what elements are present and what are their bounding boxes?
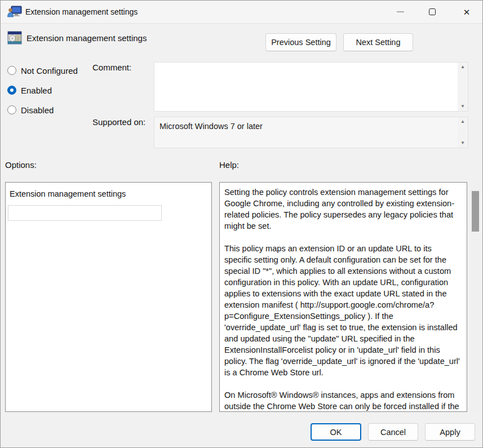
window-title: Extension management settings xyxy=(25,7,138,16)
dialog-window: Extension management settings ✕ Extensio… xyxy=(0,0,483,448)
app-icon xyxy=(7,6,22,18)
close-icon: ✕ xyxy=(463,8,471,16)
ok-button[interactable]: OK xyxy=(311,423,361,441)
radio-label-not-configured: Not Configured xyxy=(21,66,78,76)
help-text: Setting the policy controls extension ma… xyxy=(224,187,461,412)
group-policy-setting-icon xyxy=(7,30,22,45)
extension-settings-input[interactable] xyxy=(8,205,162,221)
apply-button[interactable]: Apply xyxy=(425,423,475,441)
scroll-up-icon[interactable]: ▲ xyxy=(460,119,465,124)
cancel-button[interactable]: Cancel xyxy=(368,423,418,441)
help-scrollbar[interactable] xyxy=(471,182,480,412)
comment-label: Comment: xyxy=(92,63,131,72)
supported-scrollbar[interactable]: ▲ ▼ xyxy=(458,117,468,148)
supported-on-value: Microsoft Windows 7 or later xyxy=(159,122,263,131)
radio-enabled[interactable]: Enabled xyxy=(7,85,52,96)
previous-setting-button[interactable]: Previous Setting xyxy=(265,33,336,51)
help-scrollbar-thumb[interactable] xyxy=(472,191,479,232)
radio-not-configured[interactable]: Not Configured xyxy=(7,65,78,76)
scroll-up-icon[interactable]: ▲ xyxy=(460,65,465,69)
supported-on-box: Microsoft Windows 7 or later ▲ ▼ xyxy=(154,117,468,148)
help-paragraph: On Microsoft® Windows® instances, apps a… xyxy=(224,389,461,412)
radio-circle-not-configured[interactable] xyxy=(7,66,16,75)
setting-name: Extension management settings xyxy=(26,33,147,43)
radio-circle-disabled[interactable] xyxy=(7,105,16,114)
radio-disabled[interactable]: Disabled xyxy=(7,104,54,116)
scroll-down-icon[interactable]: ▼ xyxy=(460,104,465,109)
help-paragraph: Setting the policy controls extension ma… xyxy=(224,187,461,232)
help-label: Help: xyxy=(219,160,239,170)
comment-scrollbar[interactable]: ▲ ▼ xyxy=(458,63,468,111)
next-setting-button[interactable]: Next Setting xyxy=(343,33,413,51)
maximize-icon xyxy=(429,8,436,15)
radio-circle-enabled[interactable] xyxy=(7,86,16,95)
title-bar: Extension management settings ✕ xyxy=(1,1,483,24)
maximize-button[interactable] xyxy=(419,1,445,23)
help-panel: Setting the policy controls extension ma… xyxy=(219,182,467,412)
options-label: Options: xyxy=(5,160,37,170)
radio-label-enabled: Enabled xyxy=(21,86,52,95)
comment-textarea[interactable]: ▲ ▼ xyxy=(154,62,468,112)
scroll-down-icon[interactable]: ▼ xyxy=(460,141,465,145)
close-button[interactable]: ✕ xyxy=(453,1,480,23)
supported-on-label: Supported on: xyxy=(92,117,145,127)
radio-label-disabled: Disabled xyxy=(21,105,54,115)
help-paragraph: This policy maps an extension ID or an u… xyxy=(224,243,461,378)
minimize-button[interactable] xyxy=(387,1,413,23)
options-field-label: Extension management settings xyxy=(10,189,126,198)
minimize-icon xyxy=(397,11,404,12)
options-panel: Extension management settings xyxy=(5,182,212,412)
